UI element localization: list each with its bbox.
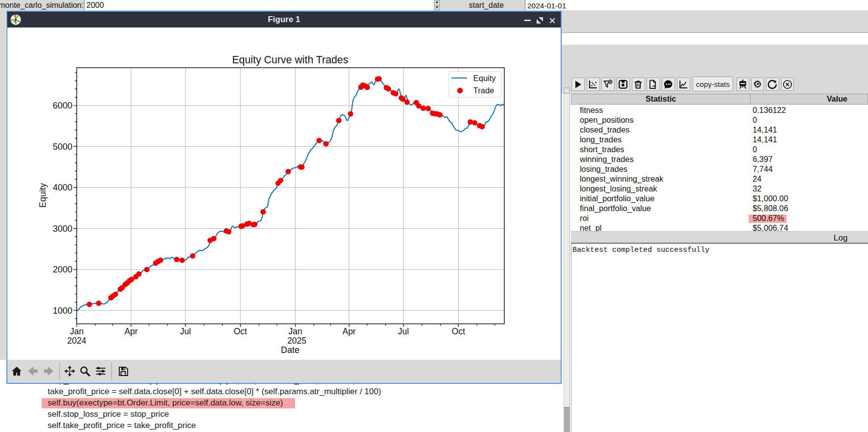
svg-text:Jan: Jan [288,326,302,336]
svg-text:Date: Date [281,345,299,355]
svg-text:2024: 2024 [67,336,86,346]
svg-text:1000: 1000 [53,306,72,316]
svg-text:Apr: Apr [342,326,355,336]
svg-text:Equity: Equity [473,74,496,82]
svg-text:Oct: Oct [452,326,465,336]
svg-text:2000: 2000 [53,265,72,274]
svg-text:5000: 5000 [53,142,72,152]
svg-text:4000: 4000 [53,183,72,192]
svg-text:Oct: Oct [234,326,247,336]
svg-text:6000: 6000 [53,101,72,110]
svg-text:2025: 2025 [287,336,306,346]
svg-text:Jul: Jul [180,326,191,336]
svg-text:Trade: Trade [473,86,494,95]
svg-text:3000: 3000 [53,224,72,234]
svg-text:Apr: Apr [124,326,137,336]
svg-text:Jan: Jan [70,326,83,336]
svg-text:Jul: Jul [398,326,409,336]
svg-text:Equity: Equity [38,183,48,208]
svg-text:Equity Curve with Trades: Equity Curve with Trades [232,54,349,66]
